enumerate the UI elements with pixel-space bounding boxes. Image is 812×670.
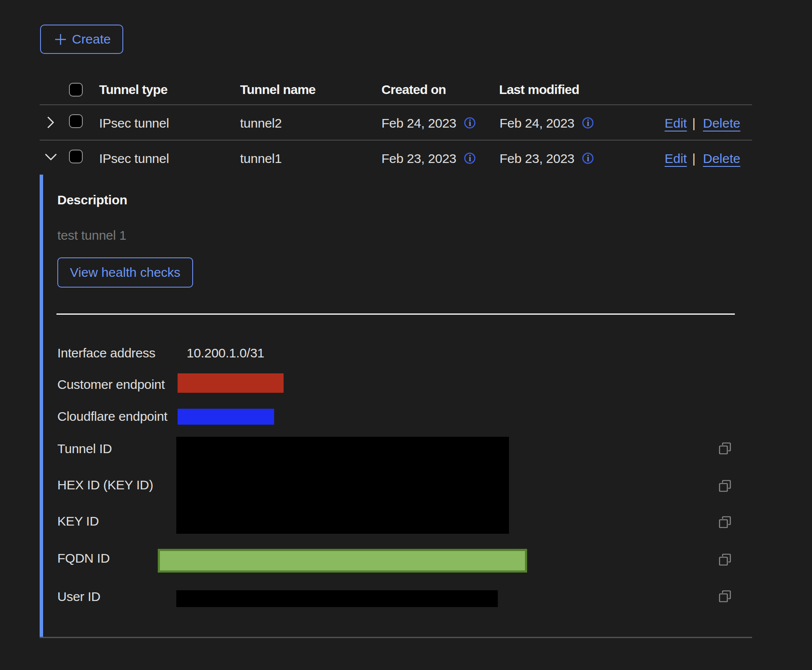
svg-text:i: i [469, 118, 472, 128]
svg-text:i: i [587, 153, 590, 163]
svg-text:i: i [587, 118, 590, 128]
svg-text:i: i [469, 153, 472, 163]
